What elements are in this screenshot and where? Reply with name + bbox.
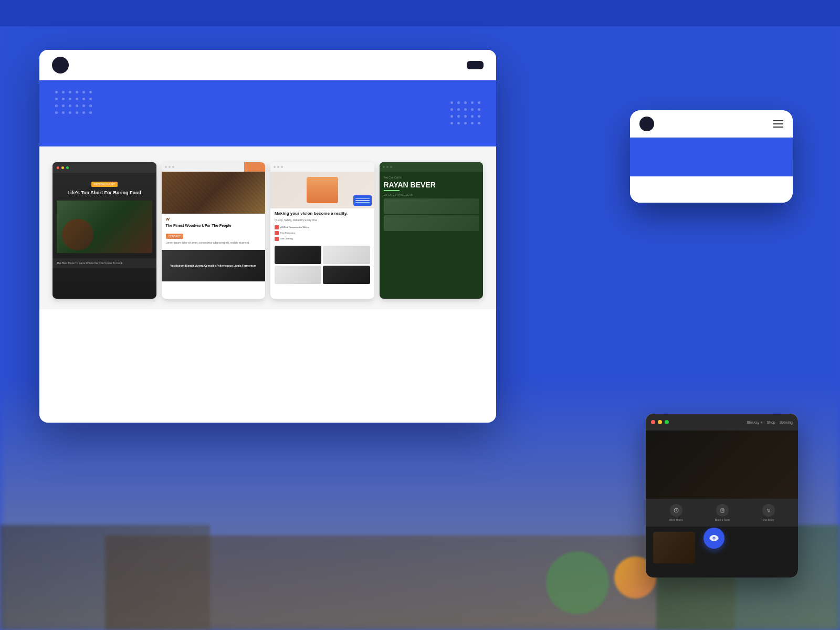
mobile-logo-area (639, 117, 773, 131)
shop-icon (766, 508, 771, 513)
site4-small-text: You Can Call It: (384, 176, 479, 179)
site2-orange-badge (244, 162, 265, 172)
site2-title: The Finest Woodwork For The People (166, 223, 261, 228)
tablet-icon-circle-3 (762, 504, 775, 517)
svg-point-6 (768, 511, 768, 512)
tablet-header: Blocksy × Shop Booking (646, 414, 798, 430)
tablet-dot-yellow (658, 420, 662, 424)
site-thumb-woodwork[interactable]: W The Finest Woodwork For The People CON… (162, 162, 266, 299)
clock-icon (674, 508, 679, 513)
site3-people-image (307, 177, 338, 203)
site4-project-row-1 (384, 198, 479, 214)
svg-rect-3 (721, 509, 724, 512)
mobile-brand-logo-icon (639, 117, 654, 131)
dots-right (450, 101, 480, 124)
tablet-nav-item-2: Shop (766, 421, 775, 424)
tablet-icon-circle-1 (670, 504, 682, 517)
site4-projects-label: MY LATEST PROJECTS (384, 193, 479, 196)
tablet-hero-image (646, 430, 798, 499)
tablet-icons-row: Work Hours Book a Table (646, 499, 798, 527)
tablet-icon-work-hours: Work Hours (669, 504, 682, 521)
site3-bottom-grid (270, 244, 374, 286)
mobile-navbar (630, 110, 793, 138)
mobile-white-section (630, 176, 793, 203)
tablet-dot-red (651, 420, 655, 424)
site3-subtitle: Quality, Safety, Reliability Every time (275, 218, 370, 222)
site1-title: Life's Too Short For Boring Food (57, 190, 152, 196)
site3-grid-item-3 (275, 266, 321, 284)
sites-grid: RESTAURANT Life's Too Short For Boring F… (39, 146, 496, 309)
site2-bottom-text: Vestibulum Blandit Viverra Convallis Pel… (162, 250, 266, 281)
site1-text-section: The Best Place To Eat is Where the Chef … (52, 258, 156, 268)
tablet-icon-circle-2 (716, 504, 729, 517)
svg-point-9 (713, 538, 715, 539)
site1-header (52, 162, 156, 173)
hamburger-line-2 (773, 123, 783, 124)
tablet-icon-book-table: Book a Table (715, 504, 730, 521)
site-thumb-portfolio[interactable]: You Can Call It: RAYAN BEVER MY LATEST P… (380, 162, 484, 299)
tablet-window: Blocksy × Shop Booking Work Hours (646, 414, 798, 578)
tablet-icon-label-1: Work Hours (669, 518, 682, 521)
browser-window: RESTAURANT Life's Too Short For Boring F… (39, 50, 496, 423)
site3-grid-item-4 (323, 266, 370, 284)
mobile-window (630, 110, 793, 203)
logo-area (52, 57, 73, 74)
site3-grid-item-1 (275, 246, 321, 264)
site4-content: You Can Call It: RAYAN BEVER MY LATEST P… (380, 172, 484, 235)
site3-grid-item-2 (323, 246, 370, 264)
site1-badge: RESTAURANT (91, 182, 118, 187)
hamburger-line-3 (773, 127, 783, 128)
site2-content: W The Finest Woodwork For The People CON… (162, 214, 266, 248)
mobile-hero-section (630, 138, 793, 176)
tablet-hero-text (646, 490, 798, 499)
site2-header (162, 162, 266, 172)
site3-features: All Work Guaranteed in Writing Free Esti… (275, 225, 370, 241)
browser-navbar (39, 50, 496, 80)
site3-content: Making your vision become a reality. Qua… (270, 208, 374, 244)
tablet-nav-items: Blocksy × Shop Booking (747, 421, 793, 424)
site4-underline-decoration (384, 190, 400, 191)
site1-content: RESTAURANT Life's Too Short For Boring F… (52, 173, 156, 258)
site4-header (380, 162, 484, 172)
preview-eye-button[interactable] (704, 528, 724, 549)
tablet-dot-green (665, 420, 669, 424)
nav-right (458, 61, 484, 69)
tablet-food-image (653, 532, 695, 563)
mobile-hamburger-menu[interactable] (773, 120, 783, 128)
hero-section (39, 80, 496, 146)
tablet-nav-item-3: Booking (780, 421, 793, 424)
site3-hero (270, 172, 374, 208)
svg-point-7 (769, 511, 770, 512)
site4-project-row-2 (384, 215, 479, 231)
top-nav-background (0, 0, 840, 26)
book-icon (720, 508, 725, 513)
site4-project-images (384, 198, 479, 231)
site2-bottom-image: Vestibulum Blandit Viverra Convallis Pel… (162, 250, 266, 281)
tablet-hero-overlay (646, 430, 798, 499)
dots-left (55, 91, 92, 114)
tablet-icon-label-3: Our Shop (763, 518, 774, 521)
site-thumb-business[interactable]: Making your vision become a reality. Qua… (270, 162, 374, 299)
site4-person-name: RAYAN BEVER (384, 181, 479, 188)
tablet-icon-label-2: Book a Table (715, 518, 730, 521)
tablet-icon-our-shop: Our Shop (762, 504, 775, 521)
free-download-button[interactable] (467, 61, 484, 69)
site3-stats-badge (353, 195, 372, 206)
site2-logo-w: W (166, 217, 261, 222)
hamburger-line-1 (773, 120, 783, 121)
site3-main-text: Making your vision become a reality. (275, 211, 370, 216)
eye-icon (709, 535, 719, 541)
site2-cta: CONTACT (166, 234, 184, 239)
tablet-nav-item-1: Blocksy × (747, 421, 762, 424)
tablet-content: Work Hours Book a Table (646, 430, 798, 578)
site2-description: Lorem ipsum dolor sit amet, consectetur … (166, 241, 261, 245)
site2-hero-image (162, 172, 266, 214)
site3-header (270, 162, 374, 172)
site1-hero-image (57, 201, 152, 253)
site-thumb-restaurant[interactable]: RESTAURANT Life's Too Short For Boring F… (52, 162, 156, 299)
site1-small-text: The Best Place To Eat is Where the Chef … (57, 261, 152, 265)
green-circle-decoration (546, 551, 609, 614)
brand-logo-icon (52, 57, 69, 74)
